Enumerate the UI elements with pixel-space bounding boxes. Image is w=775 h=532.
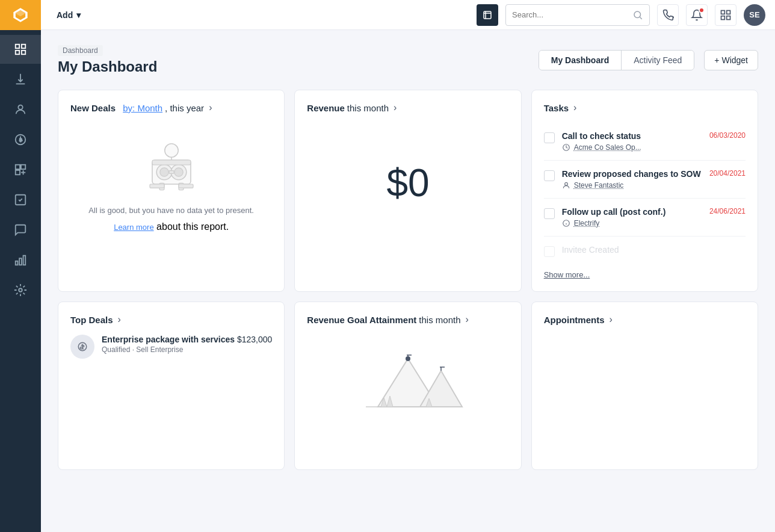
deal-amount: $123,000 [237, 335, 272, 344]
appointments-card-title: Appointments› [544, 314, 746, 325]
sidebar-item-contacts[interactable] [0, 95, 41, 124]
tab-my-dashboard[interactable]: My Dashboard [539, 51, 622, 70]
deal-info: Enterprise package with services $123,00… [102, 335, 272, 354]
empty-state-message: All is good, but you have no data yet to… [88, 205, 254, 217]
show-more-button[interactable]: Show more... [544, 265, 746, 279]
svg-rect-33 [150, 184, 164, 188]
appointments-chevron-icon: › [609, 314, 612, 325]
breadcrumb: Dashboard [58, 45, 103, 56]
svg-rect-20 [721, 10, 725, 14]
svg-rect-10 [16, 165, 20, 169]
search-box[interactable] [505, 4, 650, 26]
task-name-3: Follow up call (post conf.) [562, 207, 702, 217]
svg-text:$: $ [19, 137, 22, 143]
svg-point-28 [174, 168, 182, 176]
learn-more-link[interactable]: Learn more [114, 223, 153, 232]
deal-name-text: Enterprise package with services [102, 335, 237, 344]
add-chevron-icon: ▾ [76, 10, 81, 20]
task-item: Call to check status Acme Co Sales Op...… [544, 123, 746, 161]
notifications-button[interactable] [686, 4, 708, 26]
revenue-title-suffix: this month [347, 103, 389, 113]
task-checkbox-1[interactable] [544, 132, 555, 143]
sidebar-item-dashboard[interactable] [0, 35, 41, 64]
task-name-1: Call to check status [562, 131, 702, 141]
svg-point-7 [18, 105, 22, 110]
task-checkbox-3[interactable] [544, 208, 555, 219]
sidebar-logo[interactable] [0, 0, 41, 30]
new-deals-card: New Deals by: Month, this year› [58, 90, 285, 292]
task-sub-text-1: Acme Co Sales Op... [574, 143, 641, 152]
bottom-cards-grid: Top Deals› Enterprise package with servi… [58, 302, 758, 470]
sidebar-item-products[interactable] [0, 155, 41, 184]
sidebar-item-import[interactable] [0, 65, 41, 94]
revenue-goal-title-prefix: Revenue Goal Attainment [307, 315, 416, 325]
topbar: Add ▾ SE [41, 0, 775, 30]
task-sub-1: Acme Co Sales Op... [562, 143, 702, 152]
new-deals-title-suffix: , this year [165, 103, 204, 113]
svg-rect-6 [22, 51, 25, 54]
tasks-chevron-icon: › [573, 102, 576, 113]
tasks-card: Tasks› Call to check status Acme Co Sale… [531, 90, 758, 292]
deal-meta: Qualified · Sell Enterprise [102, 345, 272, 354]
task-sub-3: Electrify [562, 219, 702, 227]
person-icon [562, 181, 570, 190]
top-deals-card-title: Top Deals› [70, 314, 272, 325]
empty-state-illustration [123, 135, 220, 195]
user-avatar[interactable]: SE [744, 4, 765, 26]
task-content-1: Call to check status Acme Co Sales Op... [562, 131, 702, 152]
tasks-card-title: Tasks› [544, 102, 746, 113]
svg-point-17 [19, 288, 22, 292]
sidebar-item-settings[interactable] [0, 276, 41, 305]
svg-rect-14 [16, 261, 18, 265]
svg-point-27 [159, 168, 168, 176]
svg-point-19 [634, 11, 641, 18]
task-date-2: 20/04/2021 [709, 169, 746, 178]
svg-rect-15 [19, 258, 22, 265]
revenue-chevron-icon: › [394, 102, 397, 113]
task-name-4: Invitee Created [562, 245, 746, 255]
svg-rect-12 [16, 170, 20, 175]
svg-rect-21 [727, 10, 730, 14]
task-name-2: Review proposed changes to SOW [562, 169, 702, 179]
task-checkbox-4[interactable] [544, 246, 555, 257]
new-deals-chevron-icon: › [209, 102, 212, 113]
add-button[interactable]: Add ▾ [51, 7, 87, 23]
sidebar-navigation: $ [0, 30, 41, 305]
deal-icon [562, 143, 570, 152]
sidebar-item-deals[interactable]: $ [0, 125, 41, 154]
sidebar: $ [0, 0, 41, 532]
svg-rect-34 [179, 184, 193, 188]
tab-group: My Dashboard Activity Feed [539, 50, 695, 70]
sidebar-item-tasks[interactable] [0, 185, 41, 214]
new-deals-card-title: New Deals by: Month, this year› [70, 102, 272, 113]
flag-icon [482, 10, 493, 20]
tab-activity-feed[interactable]: Activity Feed [622, 51, 694, 70]
revenue-card-title: Revenue this month› [307, 102, 508, 113]
task-content-2: Review proposed changes to SOW Steve Fan… [562, 169, 702, 190]
mountain-illustration [348, 353, 468, 431]
svg-point-38 [564, 182, 567, 185]
grid-button[interactable] [715, 4, 736, 26]
flag-button[interactable] [477, 4, 498, 26]
sidebar-item-reports[interactable] [0, 246, 41, 274]
revenue-goal-card-title: Revenue Goal Attainment this month› [307, 314, 508, 325]
svg-rect-5 [16, 51, 19, 54]
task-item: Invitee Created [544, 237, 746, 265]
task-date-3: 24/06/2021 [709, 207, 746, 215]
search-input[interactable] [512, 10, 632, 19]
appointments-card: Appointments› [531, 302, 758, 470]
tasks-list: Call to check status Acme Co Sales Op...… [544, 123, 746, 265]
dollar-icon [77, 341, 88, 352]
revenue-goal-title-suffix: this month [419, 315, 460, 325]
svg-rect-11 [21, 165, 25, 169]
sidebar-item-messages[interactable] [0, 215, 41, 244]
phone-button[interactable] [657, 4, 679, 26]
revenue-title-prefix: Revenue [307, 103, 345, 113]
learn-more-suffix: about this report. [154, 221, 229, 232]
add-label: Add [57, 10, 73, 20]
top-deals-item: Enterprise package with services $123,00… [70, 335, 272, 359]
task-checkbox-2[interactable] [544, 170, 555, 181]
add-widget-button[interactable]: + Widget [704, 50, 758, 70]
main-content: Dashboard My Dashboard My Dashboard Acti… [41, 30, 775, 532]
svg-rect-18 [484, 11, 491, 19]
